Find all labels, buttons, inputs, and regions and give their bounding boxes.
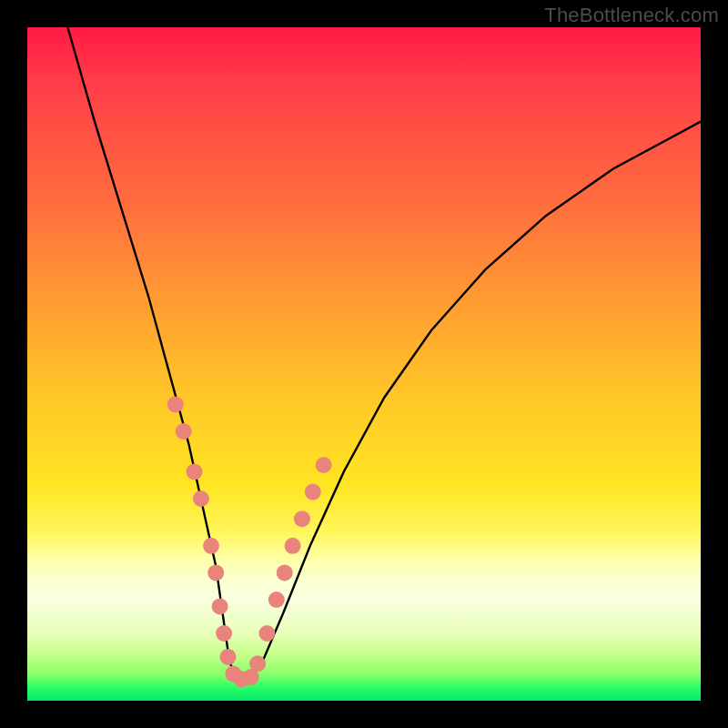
bead-marker <box>305 484 321 500</box>
bead-marker <box>316 457 332 473</box>
plot-area <box>27 27 701 701</box>
bead-marker <box>187 463 203 480</box>
bead-marker <box>285 538 301 554</box>
marker-group <box>167 396 332 687</box>
bead-marker <box>212 598 228 614</box>
watermark-text: TheBottleneck.com <box>544 4 719 27</box>
bead-marker <box>294 511 310 527</box>
curve-layer <box>27 27 701 701</box>
bead-marker <box>277 564 293 581</box>
bead-marker <box>203 538 219 554</box>
chart-frame: TheBottleneck.com <box>0 0 728 728</box>
bead-marker <box>268 592 285 608</box>
bead-marker <box>249 655 266 672</box>
bead-marker <box>176 423 192 440</box>
bead-marker <box>167 396 184 412</box>
curve-path <box>67 27 701 681</box>
bead-marker <box>216 625 232 642</box>
bead-marker <box>258 625 275 642</box>
bead-marker <box>207 564 224 581</box>
bead-marker <box>220 649 237 665</box>
main-curve <box>67 27 701 681</box>
bead-marker <box>193 490 209 507</box>
